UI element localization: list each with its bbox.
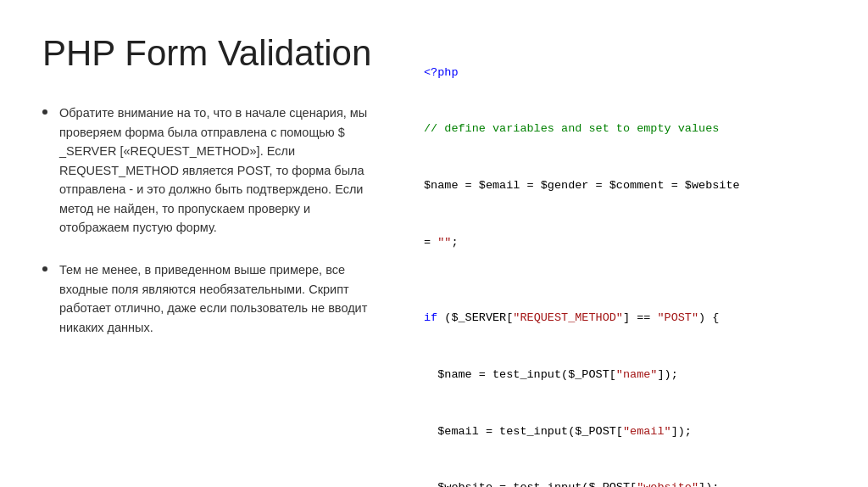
bullet-text-2: Тем не менее, в приведенном выше примере…	[59, 260, 373, 337]
right-panel: <?php // define variables and set to emp…	[407, 0, 868, 487]
page-title: PHP Form Validation	[42, 34, 373, 73]
bullet-dot	[42, 266, 47, 271]
code-if: if ($_SERVER["REQUEST_METHOD"] == "POST"…	[424, 309, 843, 327]
code-comment: // define variables and set to empty val…	[424, 120, 843, 138]
bullet-dot	[42, 109, 47, 115]
code-email: $email = test_input($_POST["email"]);	[424, 423, 843, 441]
code-vars-1: $name = $email = $gender = $comment = $w…	[424, 176, 843, 195]
bullet-list: Обратите внимание на то, что в начале сц…	[42, 104, 373, 337]
code-vars-2: = "";	[424, 233, 843, 252]
list-item: Обратите внимание на то, что в начале сц…	[42, 104, 373, 237]
code-open-tag: <?php	[424, 64, 843, 82]
bullet-text-1: Обратите внимание на то, что в начале сц…	[59, 104, 373, 237]
code-block: <?php // define variables and set to emp…	[424, 25, 843, 487]
code-name: $name = test_input($_POST["name"]);	[424, 366, 843, 384]
left-panel: PHP Form Validation Обратите внимание на…	[0, 0, 407, 487]
code-website: $website = test_input($_POST["website"])…	[424, 479, 843, 487]
list-item: Тем не менее, в приведенном выше примере…	[42, 260, 373, 337]
